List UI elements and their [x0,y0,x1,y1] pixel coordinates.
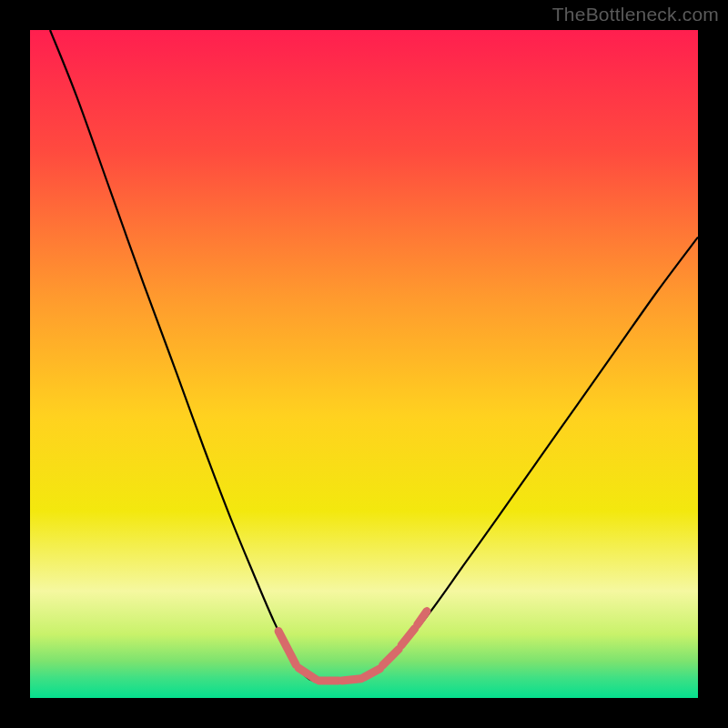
chart-frame: { "watermark": "TheBottleneck.com", "cha… [0,0,728,728]
watermark-text: TheBottleneck.com [552,4,719,25]
gradient-background [30,30,698,698]
bottleneck-chart [0,0,728,728]
marker-segment [342,679,361,681]
